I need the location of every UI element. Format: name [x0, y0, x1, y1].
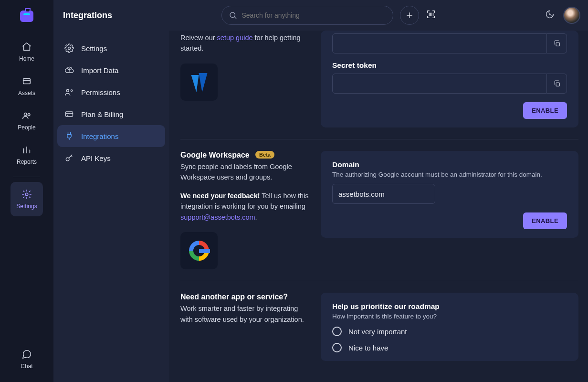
setup-guide-link[interactable]: setup guide	[217, 34, 253, 42]
nav-assets[interactable]: Assets	[10, 69, 43, 103]
radio-icon	[332, 327, 342, 336]
azure-prev-input[interactable]	[332, 33, 547, 53]
content-scroll[interactable]: Reivew our setup guide for help getting …	[169, 31, 588, 382]
barcode-icon	[426, 9, 436, 20]
avatar[interactable]	[563, 7, 580, 24]
nav-rail: Home Assets People Reports Settings Cha	[0, 0, 53, 382]
chat-icon	[21, 349, 32, 360]
roadmap-card: Help us prioritize our roadmap How impor…	[321, 293, 578, 361]
copy-button[interactable]	[547, 74, 567, 94]
scan-button[interactable]	[426, 9, 436, 21]
svg-point-1	[24, 113, 27, 116]
settings-icon	[21, 189, 32, 200]
svg-point-3	[25, 193, 28, 196]
copy-icon	[553, 40, 561, 47]
home-icon	[21, 41, 32, 53]
moon-icon	[545, 10, 555, 19]
sp-permissions[interactable]: Permissions	[57, 81, 165, 103]
header: Integrations	[53, 0, 588, 31]
search-input[interactable]	[242, 11, 386, 19]
reports-icon	[21, 144, 32, 156]
svg-point-4	[230, 12, 235, 18]
key-icon	[64, 153, 74, 163]
azure-logo-box	[180, 64, 218, 101]
svg-rect-11	[556, 83, 559, 86]
plug-icon	[64, 131, 74, 141]
beta-badge: Beta	[255, 151, 274, 159]
rail-divider	[13, 177, 40, 177]
svg-point-7	[71, 90, 72, 91]
svg-point-2	[28, 114, 30, 116]
plus-icon	[405, 11, 414, 20]
secret-token-label: Secret token	[332, 61, 567, 70]
another-title: Need another app or service?	[180, 293, 288, 301]
nav-chat[interactable]: Chat	[10, 342, 43, 376]
azure-card: Secret token ENABLE	[321, 31, 578, 127]
svg-rect-0	[23, 79, 31, 84]
domain-help: The authorizing Google account must be a…	[332, 171, 567, 178]
people-icon	[21, 110, 32, 121]
azure-enable-button[interactable]: ENABLE	[523, 102, 567, 119]
google-icon	[189, 241, 209, 261]
domain-input[interactable]	[332, 184, 435, 204]
gear-icon	[64, 43, 74, 53]
upload-cloud-icon	[64, 65, 74, 75]
domain-label: Domain	[332, 160, 567, 169]
svg-rect-8	[66, 112, 73, 117]
svg-rect-10	[556, 42, 559, 46]
radio-nice-to-have[interactable]: Nice to have	[332, 343, 567, 352]
google-card: Domain The authorizing Google account mu…	[321, 151, 578, 238]
nav-people[interactable]: People	[10, 103, 43, 138]
svg-point-6	[66, 89, 69, 92]
sp-import-data[interactable]: Import Data	[57, 59, 165, 81]
google-enable-button[interactable]: ENABLE	[523, 212, 567, 229]
azure-icon	[189, 72, 209, 92]
permissions-icon	[64, 87, 74, 97]
search-icon	[229, 11, 237, 20]
google-title: Google Workspace	[180, 151, 250, 159]
sp-api-keys[interactable]: API Keys	[57, 147, 165, 169]
nav-settings[interactable]: Settings	[10, 182, 43, 216]
theme-toggle[interactable]	[545, 10, 555, 21]
secret-token-input[interactable]	[332, 74, 547, 94]
sp-settings[interactable]: Settings	[57, 37, 165, 59]
copy-icon	[553, 80, 561, 87]
assets-icon	[21, 75, 32, 87]
google-desc: Sync people and labels from Google Works…	[180, 161, 309, 183]
radio-not-important[interactable]: Not very important	[332, 327, 567, 336]
google-logo-box	[180, 232, 218, 269]
radio-icon	[332, 343, 342, 352]
settings-sidepanel: Settings Import Data Permissions Plan & …	[53, 31, 169, 382]
page-title: Integrations	[63, 11, 112, 21]
roadmap-help: How important is this feature to you?	[332, 313, 567, 320]
google-feedback: We need your feedback! Tell us how this …	[180, 191, 309, 223]
add-button[interactable]	[400, 6, 419, 25]
roadmap-title: Help us prioritize our roadmap	[332, 302, 567, 311]
nav-home[interactable]: Home	[10, 34, 43, 69]
sp-integrations[interactable]: Integrations	[57, 125, 165, 147]
search-box[interactable]	[221, 6, 393, 25]
nav-reports[interactable]: Reports	[10, 138, 43, 172]
copy-button[interactable]	[547, 33, 567, 53]
svg-point-5	[68, 47, 71, 50]
support-email-link[interactable]: support@assetbots.com	[180, 213, 255, 221]
sp-plan-billing[interactable]: Plan & Billing	[57, 103, 165, 125]
azure-review-text: Reivew our setup guide for help getting …	[180, 32, 309, 54]
app-logo[interactable]	[17, 7, 36, 26]
another-desc: Work smarter and faster by integrating w…	[180, 303, 309, 325]
card-icon	[64, 109, 74, 119]
